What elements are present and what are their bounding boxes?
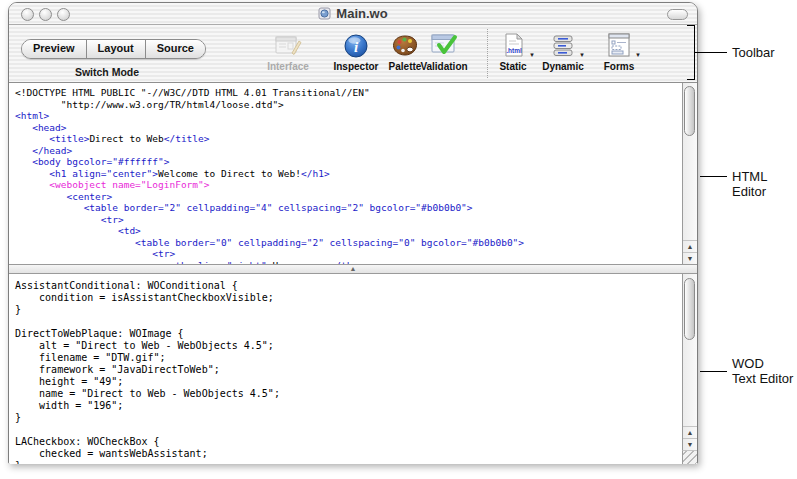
wod-editor-pane: AssistantConditional: WOConditional { co… xyxy=(9,274,697,464)
segment-layout[interactable]: Layout xyxy=(87,40,146,58)
toolbar-toggle-button[interactable] xyxy=(667,9,688,20)
code-line: width = "196"; xyxy=(15,400,682,412)
code-line: "http://www.w3.org/TR/html4/loose.dtd"> xyxy=(15,99,682,111)
title-bar[interactable]: Main.wo xyxy=(9,3,697,25)
dynamic-button[interactable]: ▼ Dynamic xyxy=(534,29,592,72)
code-line: <html> xyxy=(15,110,682,122)
forms-dropdown-arrow[interactable]: ▼ xyxy=(635,52,641,58)
html-scroll-up-arrow[interactable]: ▲ xyxy=(683,240,697,252)
wod-editor-scrollbar[interactable]: ▲ ▼ xyxy=(682,274,697,464)
code-line: alt = "Direct to Web - WebObjects 4.5"; xyxy=(15,340,682,352)
toolbar-callout-label: Toolbar xyxy=(732,45,775,60)
code-line: } xyxy=(15,460,682,464)
validation-icon xyxy=(429,29,459,59)
svg-text:.html: .html xyxy=(506,47,522,54)
wod-editor-callout-label-2: Text Editor xyxy=(732,371,793,386)
validation-label: Validation xyxy=(420,61,467,72)
toolbar: Preview Layout Source Switch Mode Interf… xyxy=(9,25,697,83)
main-window: Main.wo Preview Layout Source Switch Mod… xyxy=(8,2,698,464)
html-editor-pane: <!DOCTYPE HTML PUBLIC "-//W3C//DTD HTML … xyxy=(9,83,697,264)
code-line: <title>Direct to Web</title> xyxy=(15,133,682,145)
code-line: } xyxy=(15,304,682,316)
forms-label: Forms xyxy=(604,61,635,72)
toolbar-callout-line xyxy=(695,52,727,53)
code-line: <tr> xyxy=(15,248,682,260)
code-line: <webobject name="LoginForm"> xyxy=(15,179,682,191)
wod-editor-callout-line xyxy=(700,371,727,372)
html-scroll-down-arrow[interactable]: ▼ xyxy=(683,252,697,264)
code-line: } xyxy=(15,412,682,424)
form-window-icon: ▼ xyxy=(604,29,634,59)
html-editor-callout-label: HTML Editor xyxy=(732,169,797,199)
code-line: <!DOCTYPE HTML PUBLIC "-//W3C//DTD HTML … xyxy=(15,87,682,99)
wod-editor-callout-label-1: WOD xyxy=(732,356,764,371)
close-button[interactable] xyxy=(21,8,34,21)
switch-mode-label: Switch Mode xyxy=(21,66,193,78)
code-line: AssistantConditional: WOConditional { xyxy=(15,280,682,292)
dynamic-dropdown-arrow[interactable]: ▼ xyxy=(579,52,585,58)
code-line: </head> xyxy=(15,145,682,157)
code-line: DirectToWebPlaque: WOImage { xyxy=(15,328,682,340)
code-line xyxy=(15,316,682,328)
dynamic-label: Dynamic xyxy=(542,61,584,72)
validation-button[interactable]: Validation xyxy=(415,29,473,72)
code-line: <table border="0" cellpadding="2" cellsp… xyxy=(15,237,682,249)
wod-scroll-down-arrow[interactable]: ▼ xyxy=(683,438,697,450)
html-editor-callout-line xyxy=(700,176,727,177)
code-line: checked = wantsWebAssistant; xyxy=(15,448,682,460)
wod-scroll-thumb[interactable] xyxy=(684,278,695,340)
forms-button[interactable]: ▼ Forms xyxy=(590,29,648,72)
code-line: <td> xyxy=(15,225,682,237)
html-scroll-thumb[interactable] xyxy=(684,86,695,136)
dynamic-elements-icon: ▼ xyxy=(548,29,578,59)
switch-mode-segmented-control: Preview Layout Source xyxy=(21,39,206,59)
code-line: LACheckbox: WOCheckBox { xyxy=(15,436,682,448)
interface-button: Interface xyxy=(259,29,317,72)
wod-scroll-up-arrow[interactable]: ▲ xyxy=(683,426,697,438)
window-title: Main.wo xyxy=(336,6,387,21)
inspector-label: Inspector xyxy=(333,61,378,72)
minimize-button[interactable] xyxy=(39,8,52,21)
code-line: framework = "JavaDirectToWeb"; xyxy=(15,364,682,376)
toolbar-callout-bracket xyxy=(687,25,695,80)
wod-editor-text[interactable]: AssistantConditional: WOConditional { co… xyxy=(9,274,682,464)
segment-source[interactable]: Source xyxy=(146,40,205,58)
window-title-group: Main.wo xyxy=(318,6,387,21)
document-icon xyxy=(318,7,331,20)
interface-label: Interface xyxy=(267,61,309,72)
interface-icon xyxy=(273,29,303,59)
code-line: <table border="2" cellpadding="4" cellsp… xyxy=(15,202,682,214)
zoom-button[interactable] xyxy=(57,8,70,21)
html-editor-text[interactable]: <!DOCTYPE HTML PUBLIC "-//W3C//DTD HTML … xyxy=(9,83,682,264)
inspector-icon: i xyxy=(341,29,371,59)
splitter-collapse-icon[interactable]: ▲ xyxy=(350,266,357,272)
static-label: Static xyxy=(499,61,526,72)
code-line: <tr> xyxy=(15,214,682,226)
code-line: condition = isAssistantCheckboxVisible; xyxy=(15,292,682,304)
html-editor-scrollbar[interactable]: ▲ ▼ xyxy=(682,83,697,264)
segment-preview[interactable]: Preview xyxy=(22,40,87,58)
code-line: name = "Direct to Web - WebObjects 4.5"; xyxy=(15,388,682,400)
code-line: <center> xyxy=(15,191,682,203)
code-line xyxy=(15,424,682,436)
code-line: <h1 align="center">Welcome to Direct to … xyxy=(15,168,682,180)
pane-splitter[interactable]: ▲ xyxy=(9,264,697,274)
window-resize-grip[interactable] xyxy=(682,450,697,464)
code-line: <head> xyxy=(15,122,682,134)
code-line: filename = "DTW.gif"; xyxy=(15,352,682,364)
html-document-icon: .html ▼ xyxy=(498,29,528,59)
code-line: <body bgcolor="#ffffff"> xyxy=(15,156,682,168)
code-line: height = "49"; xyxy=(15,376,682,388)
